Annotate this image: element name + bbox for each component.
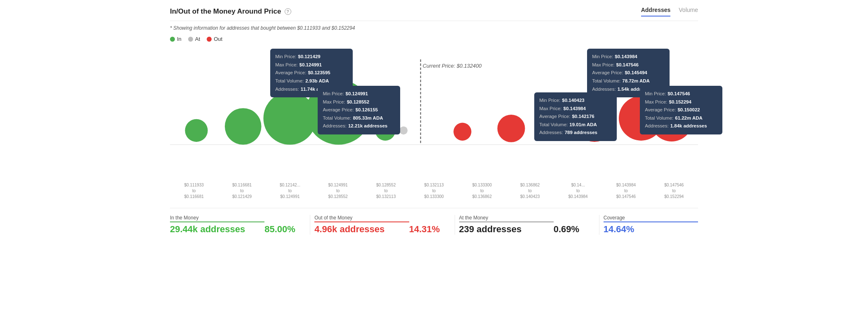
x-tick-5: $0.132113to$0.133300	[410, 182, 458, 200]
stat-coverage-value: 14.64%	[604, 224, 698, 235]
x-tick-10: $0.147546to$0.152294	[650, 182, 698, 200]
stat-in-pct: In the Money 85.00%	[264, 215, 306, 235]
stat-in-pct-value: 85.00%	[264, 224, 306, 235]
bubble-4	[306, 80, 371, 145]
stat-coverage-label: Coverage	[604, 215, 698, 222]
x-tick-7: $0.136862to$0.140423	[506, 182, 554, 200]
legend-out-label: Out	[214, 36, 222, 42]
bubble-r1	[453, 123, 471, 141]
info-icon[interactable]: ?	[285, 8, 291, 15]
tab-group: Addresses Volume	[641, 7, 698, 16]
stat-at-pct-value: 0.69%	[554, 224, 595, 235]
stat-in-value: 29.44k addresses	[170, 224, 264, 235]
x-tick-2: $0.12142...to$0.124991	[266, 182, 314, 200]
x-tick-6: $0.133300to$0.136862	[458, 182, 506, 200]
stat-at-the-money: At the Money 239 addresses	[459, 215, 554, 235]
bubble-r2	[498, 115, 525, 142]
tab-addresses[interactable]: Addresses	[641, 7, 671, 16]
stat-out-the-money: Out of the Money 4.96k addresses	[314, 215, 409, 235]
bubble-r6	[651, 99, 693, 141]
stat-out-value: 4.96k addresses	[314, 224, 409, 235]
legend: In At Out	[170, 36, 698, 42]
bubble-chart: Current Price: $0.132400	[170, 46, 698, 178]
legend-in: In	[170, 36, 182, 42]
out-dot	[207, 37, 212, 42]
stat-at-label: At the Money	[459, 215, 554, 222]
divider-3	[599, 215, 599, 235]
stat-out-pct: . 14.31%	[409, 215, 451, 235]
tab-volume[interactable]: Volume	[679, 7, 698, 16]
page-title: In/Out of the Money Around Price	[170, 7, 281, 16]
stat-in-label: In the Money	[170, 215, 264, 222]
x-tick-3: $0.124991to$0.128552	[314, 182, 362, 200]
stat-in-the-money: In the Money 29.44k addresses	[170, 215, 264, 235]
legend-at: At	[188, 36, 200, 42]
legend-in-label: In	[177, 36, 182, 42]
divider-1	[310, 215, 310, 235]
bubble-2	[225, 108, 262, 145]
x-tick-4: $0.128552to$0.132113	[362, 182, 410, 200]
bubble-5	[375, 120, 395, 141]
bubble-r3	[552, 123, 568, 139]
current-price-label: Current Price: $0.132400	[422, 63, 482, 69]
x-tick-8: $0.14...to$0.143984	[554, 182, 602, 200]
legend-at-label: At	[195, 36, 200, 42]
stat-at-value: 239 addresses	[459, 224, 554, 235]
bubble-1	[185, 119, 208, 142]
x-tick-0: $0.111933to$0.116681	[170, 182, 218, 200]
x-tick-1: $0.116681to$0.121429	[218, 182, 266, 200]
stat-at-pct: . 0.69%	[554, 215, 595, 235]
bubble-r4b	[599, 114, 615, 130]
divider-2	[455, 215, 455, 235]
stats-row: In the Money 29.44k addresses In the Mon…	[170, 208, 698, 235]
bubble-at	[399, 126, 408, 134]
legend-out: Out	[207, 36, 222, 42]
stat-out-label: Out of the Money	[314, 215, 409, 222]
x-tick-9: $0.143984to$0.147546	[602, 182, 650, 200]
stat-coverage: Coverage 14.64%	[604, 215, 698, 235]
at-dot	[188, 37, 193, 42]
chart-area: Current Price: $0.132400 Min Price:$0.12…	[170, 46, 698, 178]
x-axis: $0.111933to$0.116681 $0.116681to$0.12142…	[170, 182, 698, 200]
subtitle: * Showing information for addresses that…	[170, 25, 698, 31]
in-dot	[170, 37, 175, 42]
stat-out-pct-value: 14.31%	[409, 224, 451, 235]
